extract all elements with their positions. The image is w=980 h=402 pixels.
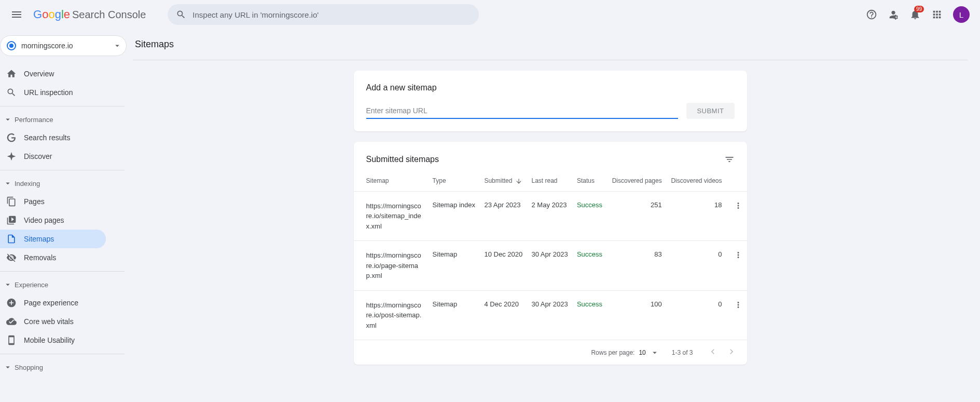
- sidebar-section-shopping[interactable]: Shopping: [0, 358, 133, 376]
- property-selector[interactable]: morningscore.io: [0, 35, 127, 56]
- sidebar-section-performance[interactable]: Performance: [0, 111, 133, 128]
- search-icon: [176, 9, 186, 20]
- apps-icon: [931, 9, 943, 20]
- table-row[interactable]: https://morningscore.io/sitemap_index.xm…: [354, 191, 747, 241]
- sidebar-section-indexing[interactable]: Indexing: [0, 175, 133, 192]
- sidebar-item-label: Pages: [24, 197, 45, 206]
- search-input[interactable]: [192, 10, 471, 19]
- cell-status: Success: [573, 241, 607, 291]
- sidebar-item-core-web-vitals[interactable]: Core web vitals: [0, 312, 106, 331]
- sidebar-item-discover[interactable]: Discover: [0, 147, 106, 166]
- avatar: L: [953, 6, 970, 23]
- th-submitted[interactable]: Submitted: [480, 171, 527, 191]
- chevron-down-icon: [650, 348, 659, 357]
- rows-per-page-selector[interactable]: Rows per page: 10: [591, 348, 659, 357]
- inspect-icon: [6, 87, 17, 98]
- sidebar-section-experience[interactable]: Experience: [0, 276, 133, 293]
- user-settings-button[interactable]: [884, 5, 903, 24]
- cell-status: Success: [573, 191, 607, 241]
- discover-icon: [6, 151, 17, 162]
- cell-last-read: 2 May 2023: [528, 191, 573, 241]
- home-icon: [6, 69, 17, 79]
- help-button[interactable]: [862, 5, 881, 24]
- sidebar-section-label: Shopping: [15, 364, 43, 371]
- cell-pages: 251: [607, 191, 666, 241]
- sidebar-item-label: Video pages: [24, 216, 64, 224]
- cell-last-read: 30 Apr 2023: [528, 290, 573, 340]
- th-status[interactable]: Status: [573, 171, 607, 191]
- th-videos[interactable]: Discovered videos: [666, 171, 726, 191]
- row-more-button[interactable]: [734, 204, 743, 212]
- submitted-sitemaps-card: Submitted sitemaps Sitemap Type Submitte…: [354, 142, 747, 365]
- app-header: Google Search Console 99 L: [0, 0, 980, 29]
- apps-button[interactable]: [927, 5, 947, 24]
- cell-url: https://morningscore.io/post-sitemap.xml: [366, 300, 423, 331]
- card-title: Submitted sitemaps: [366, 155, 439, 164]
- sitemap-icon: [6, 234, 17, 244]
- cell-url: https://morningscore.io/sitemap_index.xm…: [366, 201, 423, 232]
- url-inspection-search[interactable]: [168, 4, 479, 25]
- chevron-down-icon: [3, 115, 12, 124]
- chevron-left-icon: [708, 346, 718, 357]
- sidebar-item-label: Sitemaps: [24, 235, 54, 243]
- cell-url: https://morningscore.io/page-sitemap.xml: [366, 250, 423, 281]
- google-g-icon: [6, 132, 17, 143]
- page-title-bar: Sitemaps: [133, 29, 968, 60]
- cell-videos: 0: [666, 290, 726, 340]
- account-button[interactable]: L: [949, 2, 974, 27]
- row-more-button[interactable]: [734, 303, 743, 311]
- sidebar-item-label: Discover: [24, 152, 52, 160]
- sidebar-item-overview[interactable]: Overview: [0, 64, 106, 83]
- prev-page-button[interactable]: [706, 344, 720, 360]
- property-icon: [7, 41, 16, 50]
- more-vert-icon: [734, 250, 743, 260]
- logo-area[interactable]: Google Search Console: [33, 8, 146, 21]
- page-title: Sitemaps: [135, 39, 174, 50]
- removals-icon: [6, 252, 17, 263]
- cell-type: Sitemap: [429, 290, 480, 340]
- sitemap-url-input[interactable]: [366, 103, 679, 119]
- chevron-down-icon: [3, 280, 12, 289]
- sidebar-item-video-pages[interactable]: Video pages: [0, 211, 106, 230]
- sidebar-item-url-inspection[interactable]: URL inspection: [0, 83, 106, 102]
- notification-badge: 99: [914, 6, 924, 12]
- sidebar-item-sitemaps[interactable]: Sitemaps: [0, 230, 106, 248]
- product-name: Search Console: [72, 9, 146, 21]
- sidebar-item-removals[interactable]: Removals: [0, 248, 106, 267]
- th-sitemap[interactable]: Sitemap: [354, 171, 429, 191]
- sidebar-section-label: Indexing: [15, 180, 40, 187]
- sidebar-item-search-results[interactable]: Search results: [0, 128, 106, 147]
- cell-videos: 0: [666, 241, 726, 291]
- table-row[interactable]: https://morningscore.io/page-sitemap.xml…: [354, 241, 747, 291]
- sidebar-section-label: Performance: [15, 116, 53, 124]
- table-footer: Rows per page: 10 1-3 of 3: [354, 340, 747, 365]
- sidebar-item-page-experience[interactable]: Page experience: [0, 293, 106, 312]
- vitals-icon: [6, 316, 17, 327]
- cell-status: Success: [573, 290, 607, 340]
- filter-icon[interactable]: [724, 154, 735, 165]
- sitemaps-table: Sitemap Type Submitted Last read Status …: [354, 171, 747, 340]
- sidebar-item-mobile-usability[interactable]: Mobile Usability: [0, 331, 106, 350]
- arrow-down-icon: [515, 178, 522, 185]
- add-sitemap-card: Add a new sitemap SUBMIT: [354, 71, 747, 131]
- sidebar-item-pages[interactable]: Pages: [0, 192, 106, 211]
- more-vert-icon: [734, 201, 743, 210]
- hamburger-menu-button[interactable]: [6, 4, 27, 25]
- table-row[interactable]: https://morningscore.io/post-sitemap.xml…: [354, 290, 747, 340]
- user-settings-icon: [888, 9, 899, 20]
- next-page-button[interactable]: [724, 344, 739, 360]
- card-title: Add a new sitemap: [366, 83, 437, 92]
- video-icon: [6, 215, 17, 225]
- sidebar-item-label: Search results: [24, 133, 70, 142]
- mobile-icon: [6, 335, 17, 345]
- cell-submitted: 23 Apr 2023: [480, 191, 527, 241]
- th-last-read[interactable]: Last read: [528, 171, 573, 191]
- submit-button[interactable]: SUBMIT: [686, 103, 734, 119]
- chevron-down-icon: [3, 179, 12, 188]
- cell-pages: 100: [607, 290, 666, 340]
- chevron-down-icon: [3, 363, 12, 372]
- row-more-button[interactable]: [734, 253, 743, 261]
- th-type[interactable]: Type: [429, 171, 480, 191]
- th-pages[interactable]: Discovered pages: [607, 171, 666, 191]
- cell-videos: 18: [666, 191, 726, 241]
